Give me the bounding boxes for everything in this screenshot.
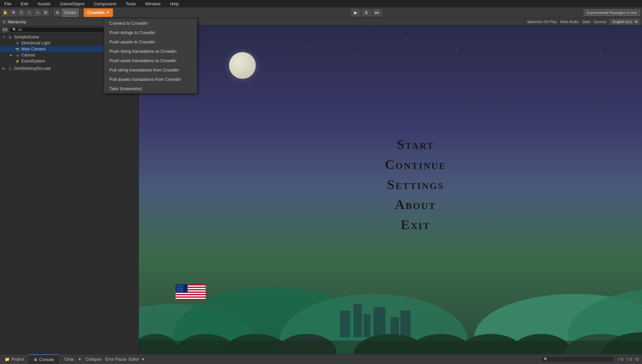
menu-item-about: About [385, 195, 446, 215]
node-label: Canvas [21, 53, 35, 57]
menu-item-exit: Exit [385, 215, 446, 235]
us-flag-container: ★ ★ ★ ★ ★ ★ ★ ★ ★ ★ ★ ★ ★ ★ ★ ★ ★ ★ ★ ★ … [176, 277, 206, 307]
svg-rect-34 [176, 299, 206, 300]
crowdin-pull-string-translations-item[interactable]: Pull string translations from Crowdin [104, 65, 197, 74]
expand-arrow-icon: ▶ [10, 53, 15, 57]
crowdin-push-string-translations-item[interactable]: Push string translations to Crowdin [104, 46, 197, 56]
menu-component[interactable]: Component [92, 1, 118, 7]
star [456, 49, 457, 49]
svg-rect-33 [176, 298, 206, 299]
expand-arrow-icon: ▼ [3, 35, 7, 39]
pivot-tool[interactable]: ⊕ [54, 9, 61, 16]
svg-rect-7 [363, 314, 370, 337]
crowdin-screenshot-item[interactable]: Take Screenshot [104, 84, 197, 93]
scene-icon: ⊞ [7, 34, 13, 40]
rotate-tool[interactable]: ↻ [18, 9, 25, 16]
crowdin-button[interactable]: Crowdin ▼ [84, 8, 113, 17]
game-view-options: Maximize On Play Mute Audio Stats Gizmos… [527, 19, 639, 25]
scale-tool[interactable]: ⤡ [26, 9, 33, 16]
svg-rect-8 [373, 307, 385, 337]
star [507, 32, 507, 33]
project-tab-label: Project [11, 357, 24, 362]
svg-rect-30 [176, 294, 206, 295]
language-select[interactable]: English (en) [610, 19, 639, 25]
star [406, 39, 407, 39]
collapse-button[interactable]: Collapse [84, 356, 103, 362]
game-scene: Start Continue Settings About Exit [139, 25, 642, 354]
us-flag: ★ ★ ★ ★ ★ ★ ★ ★ ★ ★ ★ ★ ★ ★ ★ ★ ★ ★ ★ ★ … [176, 277, 206, 307]
transform-tool[interactable]: ⊞ [42, 9, 49, 16]
node-label: Main Camera [21, 47, 45, 51]
bottom-status-bar: 📁 Project 🖥 Console Clear ▼ Collapse Err… [0, 354, 642, 364]
node-label: Directional Light [21, 41, 50, 45]
mute-audio-option[interactable]: Mute Audio [560, 20, 579, 24]
console-icon: 🖥 [33, 357, 37, 362]
console-search-area: 🔍 [541, 356, 614, 362]
clear-button[interactable]: Clear [62, 356, 76, 362]
search-icon: 🔍 [544, 357, 548, 361]
rect-tool[interactable]: ▭ [34, 9, 41, 16]
star [600, 54, 601, 54]
menu-file[interactable]: File [3, 1, 13, 7]
warning-count: ⚠ 0 [626, 357, 632, 361]
editor-dropdown[interactable]: Editor [129, 357, 139, 362]
menu-window[interactable]: Window [143, 1, 162, 7]
camera-icon: 📷 [15, 46, 20, 52]
svg-rect-21 [139, 341, 642, 354]
main-toolbar: ✋ ✥ ↻ ⤡ ▭ ⊞ ⊕ Center Crowdin ▼ ▶ ⏸ ⏭ Exp… [0, 7, 642, 18]
menu-tools[interactable]: Tools [124, 1, 137, 7]
tab-console[interactable]: 🖥 Console [29, 354, 59, 364]
step-button[interactable]: ⏭ [372, 9, 382, 16]
svg-text:★ ★ ★ ★ ★: ★ ★ ★ ★ ★ [177, 291, 183, 293]
error-pause-label: Error Pause [105, 357, 127, 362]
tab-project[interactable]: 📁 Project [0, 354, 29, 364]
crowdin-push-assets-item[interactable]: Push assets to Crowdin [104, 37, 197, 46]
bottom-tabs: 📁 Project 🖥 Console [0, 354, 59, 364]
menu-assets[interactable]: Assets [36, 1, 52, 7]
center-button[interactable]: Center [62, 9, 79, 17]
expand-arrow-icon: ▶ [3, 67, 7, 70]
pause-button[interactable]: ⏸ [362, 9, 371, 16]
star [356, 55, 357, 56]
maximize-on-play-option[interactable]: Maximize On Play [527, 20, 557, 24]
light-icon: ☀ [15, 40, 20, 46]
svg-rect-31 [176, 295, 206, 297]
play-controls: ▶ ⏸ ⏭ Experimental Packages In Use [351, 9, 640, 16]
warning-icon: ⚠ [626, 357, 629, 361]
crowdin-push-asset-translations-item[interactable]: Push asset translations to Crowdin [104, 56, 197, 65]
hierarchy-title: Hierarchy [8, 20, 26, 24]
dontdestroy-icon: ⊡ [7, 66, 13, 71]
info-icon: ℹ [635, 357, 636, 361]
svg-rect-10 [401, 311, 411, 337]
menu-edit[interactable]: Edit [19, 1, 30, 7]
game-view-toolbar: ▼ Scale 1x Maximize On Play Mute Audio S… [139, 18, 642, 25]
console-search-input[interactable]: 🔍 [541, 356, 614, 362]
hierarchy-add-button[interactable]: + ▼ [2, 27, 8, 32]
console-tab-label: Console [39, 357, 54, 362]
gizmos-option[interactable]: Gizmos [594, 20, 606, 24]
panel-menu-icon[interactable]: ☰ [3, 20, 6, 24]
crowdin-pull-asset-translations-item[interactable]: Pull assets translations from Crowdin [104, 74, 197, 84]
move-tool[interactable]: ✥ [10, 9, 17, 16]
game-view: ▼ Scale 1x Maximize On Play Mute Audio S… [139, 18, 642, 354]
crowdin-arrow-icon: ▼ [106, 11, 109, 14]
editor-dropdown-icon[interactable]: ▼ [141, 357, 145, 361]
error-count: ⊗ 0 [618, 357, 623, 361]
svg-rect-6 [353, 304, 362, 337]
game-menu: Start Continue Settings About Exit [385, 135, 446, 235]
console-toolbar: Clear ▼ Collapse Error Pause Editor ▼ [59, 356, 148, 362]
crowdin-push-strings-item[interactable]: Push strings to Crowdin [104, 28, 197, 37]
moon [229, 52, 256, 79]
star [557, 44, 557, 44]
error-icon: ⊗ [618, 357, 621, 361]
clear-dropdown-icon[interactable]: ▼ [78, 357, 82, 361]
info-count: ℹ 0 [635, 357, 639, 361]
scene-label: SampleScene [14, 35, 39, 39]
stats-option[interactable]: Stats [582, 20, 591, 24]
play-button[interactable]: ▶ [351, 9, 360, 16]
menu-gameobject[interactable]: GameObject [58, 1, 86, 7]
folder-icon: 📁 [5, 357, 10, 362]
crowdin-connect-item[interactable]: Connect to Crowdin [104, 18, 197, 28]
hand-tool[interactable]: ✋ [2, 9, 9, 16]
menu-help[interactable]: Help [168, 1, 181, 7]
